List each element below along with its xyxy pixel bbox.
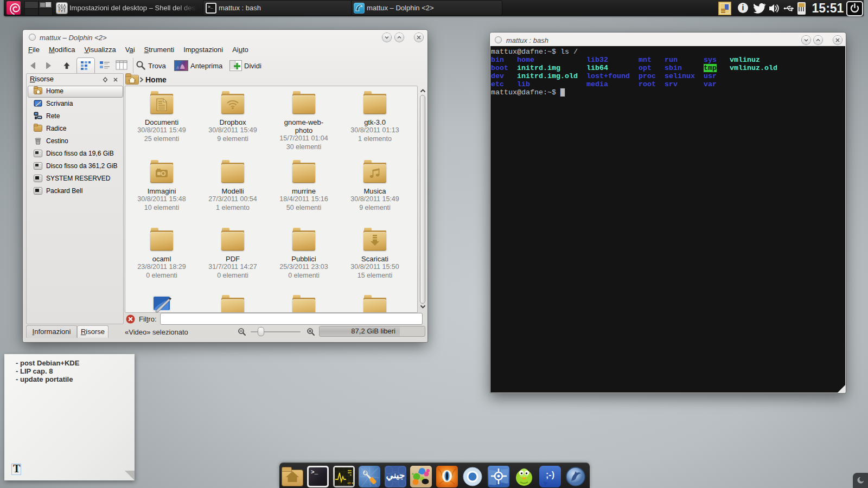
- svg-text:48 ♥: 48 ♥: [347, 481, 353, 485]
